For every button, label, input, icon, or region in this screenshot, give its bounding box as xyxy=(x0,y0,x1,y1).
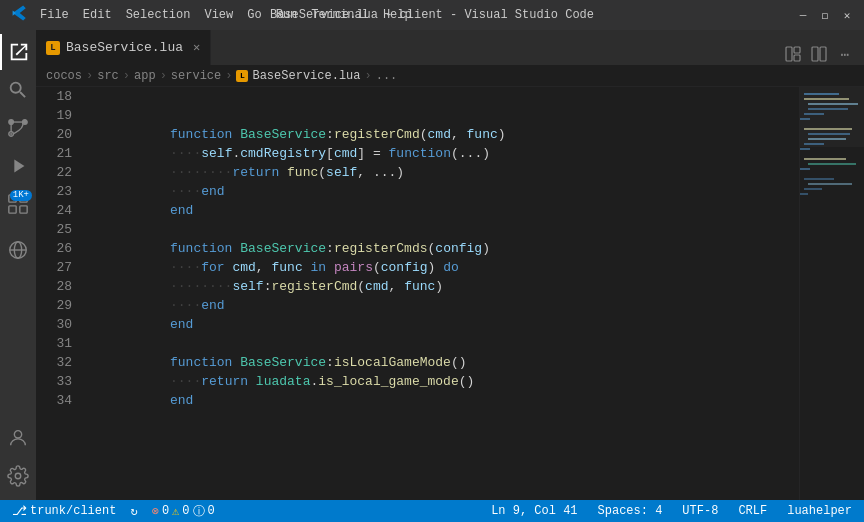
line-num-33: 33 xyxy=(36,372,72,391)
line-num-23: 23 xyxy=(36,182,72,201)
menu-go[interactable]: Go xyxy=(247,8,261,22)
code-line-25: function BaseService:registerCmds(config… xyxy=(92,220,799,239)
activity-remote[interactable] xyxy=(0,232,36,268)
menu-edit[interactable]: Edit xyxy=(83,8,112,22)
svg-rect-23 xyxy=(808,103,858,105)
warning-icon: ⚠ xyxy=(172,504,179,519)
file-encoding: UTF-8 xyxy=(682,504,718,518)
line-num-32: 32 xyxy=(36,353,72,372)
line-num-30: 30 xyxy=(36,315,72,334)
status-left: ⎇ trunk/client ↻ ⊗ 0 ⚠ 0 ⓘ 0 xyxy=(8,503,219,520)
breadcrumb-src[interactable]: src xyxy=(97,69,119,83)
split-button[interactable] xyxy=(808,43,830,65)
status-errors[interactable]: ⊗ 0 ⚠ 0 ⓘ 0 xyxy=(148,503,219,520)
line-num-21: 21 xyxy=(36,144,72,163)
tab-label: BaseService.lua xyxy=(66,40,183,55)
svg-point-12 xyxy=(14,431,21,438)
extensions-badge: 1K+ xyxy=(10,190,32,201)
svg-rect-24 xyxy=(808,108,848,110)
status-encoding[interactable]: UTF-8 xyxy=(678,504,722,518)
line-num-28: 28 xyxy=(36,277,72,296)
svg-rect-38 xyxy=(800,193,808,195)
svg-rect-25 xyxy=(804,113,824,115)
sync-icon: ↻ xyxy=(130,504,137,519)
line-num-22: 22 xyxy=(36,163,72,182)
line-num-29: 29 xyxy=(36,296,72,315)
more-actions-button[interactable]: ⋯ xyxy=(834,43,856,65)
line-num-18: 18 xyxy=(36,87,72,106)
close-button[interactable]: ✕ xyxy=(840,8,854,22)
status-git-branch[interactable]: ⎇ trunk/client xyxy=(8,503,120,519)
svg-rect-33 xyxy=(808,163,856,165)
menu-view[interactable]: View xyxy=(204,8,233,22)
svg-rect-22 xyxy=(804,98,849,100)
status-spaces[interactable]: Spaces: 4 xyxy=(594,504,667,518)
svg-rect-30 xyxy=(804,143,824,145)
activity-search[interactable] xyxy=(0,72,36,108)
app-icon xyxy=(10,4,28,26)
tab-basservice-lua[interactable]: L BaseService.lua ✕ xyxy=(36,30,211,65)
line-num-25: 25 xyxy=(36,220,72,239)
indent-type: Spaces: 4 xyxy=(598,504,663,518)
svg-rect-15 xyxy=(794,47,800,53)
code-content[interactable]: function BaseService:registerCmd(cmd, fu… xyxy=(82,87,799,500)
activity-source-control[interactable] xyxy=(0,110,36,146)
tab-close-button[interactable]: ✕ xyxy=(193,40,200,55)
code-line-24 xyxy=(92,201,799,220)
svg-point-13 xyxy=(15,473,21,479)
status-line-ending[interactable]: CRLF xyxy=(734,504,771,518)
breadcrumb-service[interactable]: service xyxy=(171,69,221,83)
breadcrumb-cocos[interactable]: cocos xyxy=(46,69,82,83)
activity-accounts[interactable] xyxy=(0,420,36,456)
svg-rect-29 xyxy=(808,138,846,140)
breadcrumb-more[interactable]: ... xyxy=(376,69,398,83)
main-area: 1K+ L BaseService.lua ✕ xyxy=(0,30,864,500)
window-title: BaseService.lua - client - Visual Studio… xyxy=(270,8,594,22)
line-num-24: 24 xyxy=(36,201,72,220)
title-bar: File Edit Selection View Go Run Terminal… xyxy=(0,0,864,30)
svg-rect-27 xyxy=(804,128,852,130)
status-language[interactable]: luahelper xyxy=(783,504,856,518)
code-editor[interactable]: 18 19 20 21 22 23 24 25 26 27 28 29 30 3… xyxy=(36,87,864,500)
activity-extensions[interactable]: 1K+ xyxy=(0,186,36,222)
error-count: 0 xyxy=(162,504,169,518)
svg-rect-35 xyxy=(804,178,834,180)
code-line-34 xyxy=(92,391,799,410)
activity-settings[interactable] xyxy=(0,458,36,494)
svg-rect-7 xyxy=(9,206,16,213)
maximize-button[interactable]: ◻ xyxy=(818,8,832,22)
window-controls[interactable]: — ◻ ✕ xyxy=(796,8,854,22)
language-mode: luahelper xyxy=(787,504,852,518)
activity-run-debug[interactable] xyxy=(0,148,36,184)
line-num-19: 19 xyxy=(36,106,72,125)
code-line-18 xyxy=(92,87,799,106)
status-git-branch-label: trunk/client xyxy=(30,504,116,518)
activity-explorer[interactable] xyxy=(0,34,36,70)
svg-rect-26 xyxy=(800,118,810,120)
status-sync[interactable]: ↻ xyxy=(126,504,141,519)
warning-count: 0 xyxy=(182,504,189,518)
svg-rect-28 xyxy=(808,133,850,135)
breadcrumb-filename[interactable]: BaseService.lua xyxy=(252,69,360,83)
lua-file-icon: L xyxy=(46,41,60,55)
status-bar: ⎇ trunk/client ↻ ⊗ 0 ⚠ 0 ⓘ 0 Ln 9, Col 4… xyxy=(0,500,864,522)
line-numbers: 18 19 20 21 22 23 24 25 26 27 28 29 30 3… xyxy=(36,87,82,500)
breadcrumb-app[interactable]: app xyxy=(134,69,156,83)
status-position[interactable]: Ln 9, Col 41 xyxy=(487,504,581,518)
minimap-svg xyxy=(800,87,864,500)
line-num-31: 31 xyxy=(36,334,72,353)
code-line-31: function BaseService:isLocalGameMode() xyxy=(92,334,799,353)
svg-rect-16 xyxy=(794,55,800,61)
cursor-position: Ln 9, Col 41 xyxy=(491,504,577,518)
menu-selection[interactable]: Selection xyxy=(126,8,191,22)
svg-rect-32 xyxy=(804,158,846,160)
svg-rect-8 xyxy=(20,206,27,213)
breadcrumb: cocos › src › app › service › L BaseServ… xyxy=(36,65,864,87)
error-icon: ⊗ xyxy=(152,504,159,519)
line-num-34: 34 xyxy=(36,391,72,410)
menu-file[interactable]: File xyxy=(40,8,69,22)
layout-button[interactable] xyxy=(782,43,804,65)
info-icon: ⓘ xyxy=(193,503,205,520)
tab-actions: ⋯ xyxy=(782,43,864,65)
minimize-button[interactable]: — xyxy=(796,8,810,22)
